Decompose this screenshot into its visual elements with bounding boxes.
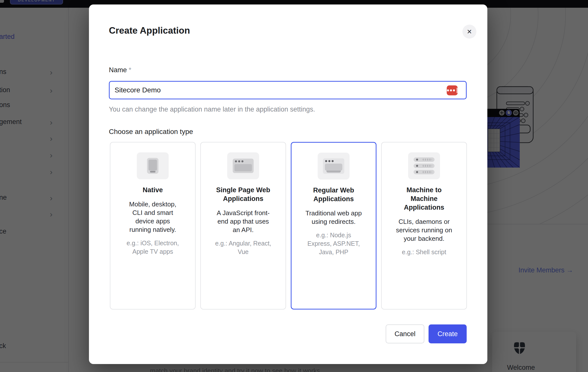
close-button[interactable]: ✕ bbox=[462, 25, 476, 39]
password-manager-autofill-icon[interactable] bbox=[447, 85, 458, 95]
autofill-dot bbox=[447, 89, 449, 91]
mobile-phone-icon bbox=[137, 152, 169, 179]
autofill-cursor bbox=[457, 88, 457, 93]
card-title: Native bbox=[143, 186, 163, 194]
name-label-text: Name bbox=[109, 66, 127, 74]
autofill-dot bbox=[453, 89, 455, 91]
create-application-modal: Create Application ✕ Name * You can chan… bbox=[89, 4, 487, 364]
app-type-card-machine-to-machine[interactable]: Machine to Machine Applications CLIs, da… bbox=[381, 142, 467, 310]
app-type-card-spa[interactable]: Single Page Web Applications A JavaScrip… bbox=[200, 142, 286, 310]
card-description: Mobile, desktop, CLI and smart device ap… bbox=[124, 200, 181, 234]
card-description: A JavaScript front-end app that uses an … bbox=[215, 209, 272, 234]
app-type-card-regular-web[interactable]: Regular Web Applications Traditional web… bbox=[291, 142, 376, 310]
card-title: Regular Web Applications bbox=[302, 186, 365, 203]
application-type-cards: Native Mobile, desktop, CLI and smart de… bbox=[110, 142, 467, 310]
application-name-input[interactable] bbox=[109, 81, 467, 99]
name-helper-text: You can change the application name late… bbox=[109, 106, 315, 113]
name-field-label: Name * bbox=[109, 66, 131, 74]
card-description: CLIs, daemons or services running on you… bbox=[396, 217, 452, 243]
card-example: e.g.: Angular, React, Vue bbox=[214, 239, 273, 256]
browser-window-icon bbox=[227, 152, 259, 179]
application-type-label: Choose an application type bbox=[109, 128, 193, 136]
card-example: e.g.: Shell script bbox=[402, 248, 446, 256]
close-icon: ✕ bbox=[467, 28, 472, 35]
create-button[interactable]: Create bbox=[429, 324, 467, 343]
autofill-dot bbox=[450, 89, 452, 91]
required-marker: * bbox=[127, 66, 131, 74]
card-title: Machine to Machine Applications bbox=[393, 186, 455, 212]
card-example: e.g.: Node.js Express, ASP.NET, Java, PH… bbox=[304, 231, 363, 256]
card-title: Single Page Web Applications bbox=[212, 186, 274, 203]
card-example: e.g.: iOS, Electron, Apple TV apps bbox=[123, 239, 182, 256]
app-type-card-native[interactable]: Native Mobile, desktop, CLI and smart de… bbox=[110, 142, 196, 310]
server-stack-icon bbox=[408, 152, 440, 179]
card-description: Traditional web app using redirects. bbox=[305, 209, 362, 226]
server-window-icon bbox=[318, 153, 350, 180]
cancel-button[interactable]: Cancel bbox=[386, 324, 424, 343]
modal-title: Create Application bbox=[109, 25, 190, 36]
